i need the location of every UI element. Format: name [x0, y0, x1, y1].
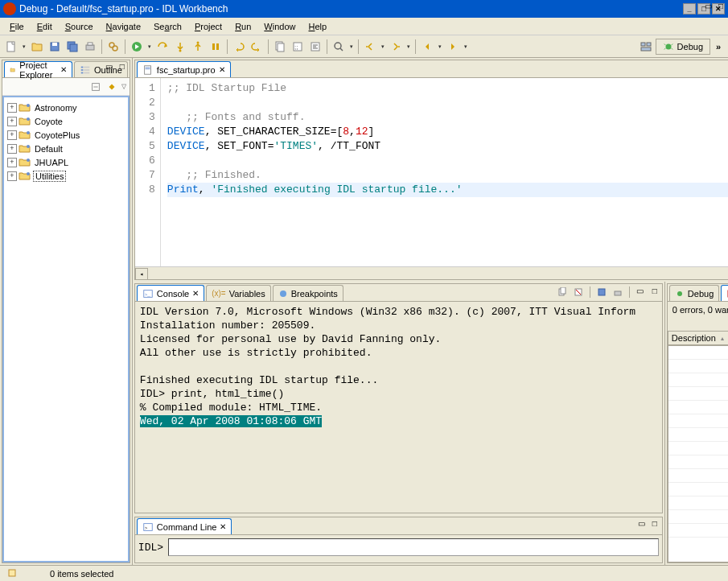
redo-button[interactable]	[249, 39, 265, 55]
new-button[interactable]	[3, 39, 19, 55]
project-icon	[19, 117, 31, 126]
close-icon[interactable]: ✕	[192, 289, 199, 298]
print-button[interactable]	[82, 39, 98, 55]
maximize-editor-button[interactable]: □	[715, 2, 726, 13]
open-button[interactable]	[29, 39, 45, 55]
project-tree[interactable]: +Astronomy +Coyote +CoyotePlus +Default …	[2, 96, 130, 562]
run-dropdown[interactable]: ▾	[146, 43, 153, 50]
tree-item[interactable]: +CoyotePlus	[6, 128, 126, 142]
tab-console[interactable]: >_ Console ✕	[137, 285, 204, 301]
console-output[interactable]: IDL Version 7.0, Microsoft Windows (Win3…	[135, 302, 662, 513]
svg-point-53	[280, 290, 286, 297]
tab-command-line[interactable]: > Command Line ✕	[137, 518, 232, 534]
svg-rect-12	[212, 43, 215, 50]
svg-rect-28	[641, 47, 651, 51]
svg-point-43	[27, 117, 30, 121]
svg-rect-4	[70, 44, 77, 52]
minimize-view-button[interactable]: ▭	[104, 62, 115, 73]
nav-forward-button[interactable]	[445, 39, 461, 55]
tree-item[interactable]: +JHUAPL	[6, 155, 126, 169]
menu-navigate[interactable]: Navigate	[100, 20, 147, 33]
undo-button[interactable]	[231, 39, 247, 55]
annotation-next-button[interactable]	[388, 39, 404, 55]
expand-icon[interactable]: +	[7, 130, 17, 140]
menu-source[interactable]: Source	[59, 20, 100, 33]
save-button[interactable]	[47, 39, 63, 55]
minimize-cmdline-button[interactable]: ▭	[636, 519, 648, 530]
minimize-editor-button[interactable]: ▭	[702, 2, 714, 13]
search-dropdown[interactable]: ▾	[348, 43, 355, 50]
console-copy-button[interactable]	[556, 286, 569, 299]
console-print-button[interactable]	[611, 286, 624, 299]
editor-tab[interactable]: fsc_startup.pro ✕	[137, 61, 231, 77]
menubar: File Edit Source Navigate Search Project…	[0, 18, 728, 35]
problems-table[interactable]	[668, 345, 728, 562]
perspective-switcher-button[interactable]	[638, 39, 654, 55]
build-button[interactable]	[105, 39, 121, 55]
svg-text:>_: >_	[144, 290, 150, 296]
perspective-debug[interactable]: Debug	[656, 39, 710, 55]
nav-back-button[interactable]	[419, 39, 435, 55]
code-editor[interactable]: 12345678 ;; IDL Startup File ;; Fonts an…	[135, 78, 728, 279]
comment-button[interactable]: ;;	[290, 39, 306, 55]
maximize-view-button[interactable]: □	[117, 62, 128, 73]
maximize-console-button[interactable]: □	[649, 286, 660, 298]
console-save-button[interactable]	[595, 286, 608, 299]
minimize-button[interactable]: _	[683, 3, 696, 14]
tab-debug[interactable]: Debug	[669, 285, 719, 301]
close-icon[interactable]: ✕	[220, 522, 226, 531]
pause-button[interactable]	[208, 39, 224, 55]
left-tabs: Project Explorer ✕ Outline ▭ □	[2, 60, 130, 78]
new-dropdown[interactable]: ▾	[21, 43, 27, 50]
close-icon[interactable]: ✕	[60, 65, 67, 74]
step-into-button[interactable]	[172, 39, 188, 55]
tab-breakpoints[interactable]: Breakpoints	[273, 285, 343, 301]
tree-item[interactable]: +Coyote	[6, 114, 126, 128]
menu-window[interactable]: Window	[257, 20, 302, 33]
tab-project-explorer[interactable]: Project Explorer ✕	[4, 61, 72, 77]
menu-edit[interactable]: Edit	[31, 20, 59, 33]
annotation-prev-button[interactable]	[362, 39, 378, 55]
problems-table-header[interactable]: Description ▴	[668, 331, 728, 345]
menu-help[interactable]: Help	[302, 20, 334, 33]
expand-icon[interactable]: +	[7, 158, 17, 167]
expand-icon[interactable]: +	[7, 144, 17, 154]
tree-item[interactable]: +Astronomy	[6, 101, 126, 114]
console-clear-button[interactable]	[572, 286, 585, 299]
toolbar-overflow[interactable]: »	[712, 42, 725, 52]
editor-hscroll[interactable]: ◂	[135, 266, 728, 279]
window-title: Debug - Default/fsc_startup.pro - IDL Wo…	[19, 3, 681, 14]
format-button[interactable]	[307, 39, 323, 55]
collapse-all-button[interactable]	[89, 80, 102, 93]
tree-item[interactable]: +Utilities	[6, 169, 126, 183]
minimize-console-button[interactable]: ▭	[635, 286, 646, 298]
menu-run[interactable]: Run	[228, 20, 257, 33]
tab-variables[interactable]: (x)= Variables	[206, 285, 271, 301]
expand-icon[interactable]: +	[7, 171, 17, 181]
menu-project[interactable]: Project	[188, 20, 228, 33]
svg-rect-13	[216, 43, 219, 50]
step-over-button[interactable]	[154, 39, 171, 55]
tab-problems[interactable]: ! Problems ✕	[721, 285, 728, 301]
project-explorer-toolbar: ▽	[2, 78, 130, 96]
perspective-label: Debug	[677, 42, 703, 52]
save-all-button[interactable]	[64, 39, 80, 55]
svg-rect-39	[84, 72, 89, 73]
expand-icon[interactable]: +	[7, 117, 17, 126]
link-editor-button[interactable]	[105, 80, 118, 93]
file-nav-button[interactable]	[272, 39, 288, 55]
svg-rect-35	[84, 66, 89, 68]
expand-icon[interactable]: +	[7, 103, 17, 113]
project-icon	[19, 144, 31, 154]
run-button[interactable]	[129, 39, 145, 55]
search-button[interactable]	[331, 39, 347, 55]
breakpoint-icon	[278, 289, 288, 299]
cmdline-input[interactable]	[168, 538, 659, 556]
tree-item[interactable]: +Default	[6, 142, 126, 155]
close-icon[interactable]: ✕	[219, 65, 225, 74]
menu-file[interactable]: File	[3, 20, 31, 33]
menu-search[interactable]: Search	[147, 20, 188, 33]
step-out-button[interactable]	[190, 39, 206, 55]
maximize-cmdline-button[interactable]: □	[649, 519, 660, 530]
svg-rect-65	[9, 570, 15, 576]
